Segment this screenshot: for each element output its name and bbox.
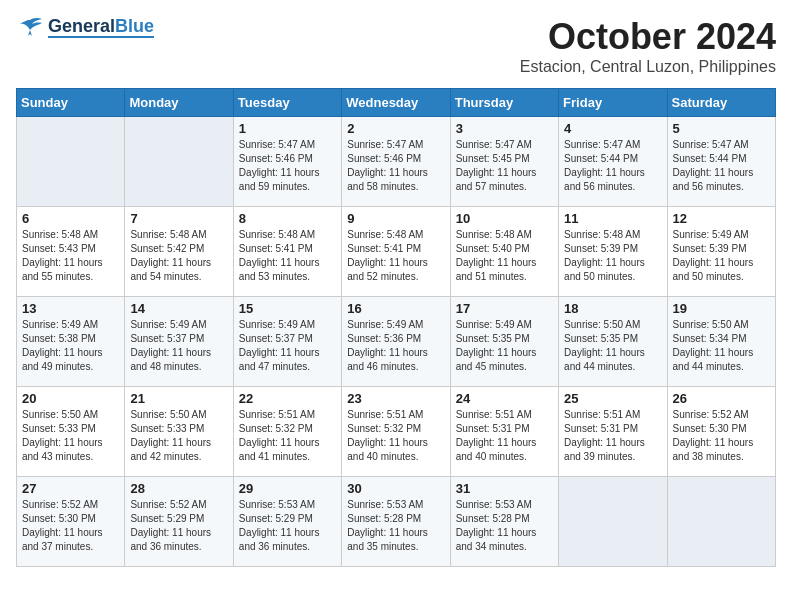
day-cell: 16Sunrise: 5:49 AM Sunset: 5:36 PM Dayli… bbox=[342, 297, 450, 387]
day-info: Sunrise: 5:49 AM Sunset: 5:36 PM Dayligh… bbox=[347, 318, 444, 374]
day-cell: 26Sunrise: 5:52 AM Sunset: 5:30 PM Dayli… bbox=[667, 387, 775, 477]
day-info: Sunrise: 5:48 AM Sunset: 5:40 PM Dayligh… bbox=[456, 228, 553, 284]
day-cell: 27Sunrise: 5:52 AM Sunset: 5:30 PM Dayli… bbox=[17, 477, 125, 567]
day-info: Sunrise: 5:49 AM Sunset: 5:39 PM Dayligh… bbox=[673, 228, 770, 284]
day-info: Sunrise: 5:49 AM Sunset: 5:38 PM Dayligh… bbox=[22, 318, 119, 374]
weekday-header-friday: Friday bbox=[559, 89, 667, 117]
day-info: Sunrise: 5:51 AM Sunset: 5:32 PM Dayligh… bbox=[347, 408, 444, 464]
day-cell: 28Sunrise: 5:52 AM Sunset: 5:29 PM Dayli… bbox=[125, 477, 233, 567]
day-number: 15 bbox=[239, 301, 336, 316]
title-block: October 2024 Estacion, Central Luzon, Ph… bbox=[520, 16, 776, 76]
day-cell: 10Sunrise: 5:48 AM Sunset: 5:40 PM Dayli… bbox=[450, 207, 558, 297]
day-cell: 4Sunrise: 5:47 AM Sunset: 5:44 PM Daylig… bbox=[559, 117, 667, 207]
day-number: 22 bbox=[239, 391, 336, 406]
week-row-5: 27Sunrise: 5:52 AM Sunset: 5:30 PM Dayli… bbox=[17, 477, 776, 567]
day-cell bbox=[559, 477, 667, 567]
day-info: Sunrise: 5:53 AM Sunset: 5:29 PM Dayligh… bbox=[239, 498, 336, 554]
day-cell: 23Sunrise: 5:51 AM Sunset: 5:32 PM Dayli… bbox=[342, 387, 450, 477]
day-info: Sunrise: 5:47 AM Sunset: 5:45 PM Dayligh… bbox=[456, 138, 553, 194]
day-info: Sunrise: 5:52 AM Sunset: 5:30 PM Dayligh… bbox=[673, 408, 770, 464]
day-number: 31 bbox=[456, 481, 553, 496]
day-number: 2 bbox=[347, 121, 444, 136]
day-info: Sunrise: 5:51 AM Sunset: 5:31 PM Dayligh… bbox=[456, 408, 553, 464]
day-cell: 3Sunrise: 5:47 AM Sunset: 5:45 PM Daylig… bbox=[450, 117, 558, 207]
logo-text: General Blue bbox=[48, 17, 154, 38]
day-cell: 31Sunrise: 5:53 AM Sunset: 5:28 PM Dayli… bbox=[450, 477, 558, 567]
day-cell: 14Sunrise: 5:49 AM Sunset: 5:37 PM Dayli… bbox=[125, 297, 233, 387]
calendar-body: 1Sunrise: 5:47 AM Sunset: 5:46 PM Daylig… bbox=[17, 117, 776, 567]
day-info: Sunrise: 5:47 AM Sunset: 5:44 PM Dayligh… bbox=[673, 138, 770, 194]
day-info: Sunrise: 5:51 AM Sunset: 5:32 PM Dayligh… bbox=[239, 408, 336, 464]
page-header: General Blue October 2024 Estacion, Cent… bbox=[16, 16, 776, 76]
day-info: Sunrise: 5:47 AM Sunset: 5:44 PM Dayligh… bbox=[564, 138, 661, 194]
day-cell: 1Sunrise: 5:47 AM Sunset: 5:46 PM Daylig… bbox=[233, 117, 341, 207]
day-cell bbox=[667, 477, 775, 567]
day-number: 10 bbox=[456, 211, 553, 226]
logo: General Blue bbox=[16, 16, 154, 38]
day-number: 27 bbox=[22, 481, 119, 496]
calendar-header: SundayMondayTuesdayWednesdayThursdayFrid… bbox=[17, 89, 776, 117]
day-info: Sunrise: 5:50 AM Sunset: 5:33 PM Dayligh… bbox=[130, 408, 227, 464]
logo-bird-icon bbox=[16, 16, 44, 38]
day-info: Sunrise: 5:52 AM Sunset: 5:30 PM Dayligh… bbox=[22, 498, 119, 554]
week-row-2: 6Sunrise: 5:48 AM Sunset: 5:43 PM Daylig… bbox=[17, 207, 776, 297]
logo-blue: Blue bbox=[115, 17, 154, 35]
day-number: 12 bbox=[673, 211, 770, 226]
day-cell: 25Sunrise: 5:51 AM Sunset: 5:31 PM Dayli… bbox=[559, 387, 667, 477]
day-cell: 21Sunrise: 5:50 AM Sunset: 5:33 PM Dayli… bbox=[125, 387, 233, 477]
weekday-header-tuesday: Tuesday bbox=[233, 89, 341, 117]
day-cell: 20Sunrise: 5:50 AM Sunset: 5:33 PM Dayli… bbox=[17, 387, 125, 477]
day-number: 9 bbox=[347, 211, 444, 226]
day-number: 21 bbox=[130, 391, 227, 406]
calendar-table: SundayMondayTuesdayWednesdayThursdayFrid… bbox=[16, 88, 776, 567]
day-cell: 30Sunrise: 5:53 AM Sunset: 5:28 PM Dayli… bbox=[342, 477, 450, 567]
day-info: Sunrise: 5:48 AM Sunset: 5:39 PM Dayligh… bbox=[564, 228, 661, 284]
day-number: 20 bbox=[22, 391, 119, 406]
day-number: 13 bbox=[22, 301, 119, 316]
day-info: Sunrise: 5:49 AM Sunset: 5:37 PM Dayligh… bbox=[130, 318, 227, 374]
week-row-4: 20Sunrise: 5:50 AM Sunset: 5:33 PM Dayli… bbox=[17, 387, 776, 477]
day-info: Sunrise: 5:49 AM Sunset: 5:35 PM Dayligh… bbox=[456, 318, 553, 374]
day-number: 19 bbox=[673, 301, 770, 316]
week-row-1: 1Sunrise: 5:47 AM Sunset: 5:46 PM Daylig… bbox=[17, 117, 776, 207]
day-number: 8 bbox=[239, 211, 336, 226]
day-info: Sunrise: 5:53 AM Sunset: 5:28 PM Dayligh… bbox=[456, 498, 553, 554]
day-info: Sunrise: 5:48 AM Sunset: 5:42 PM Dayligh… bbox=[130, 228, 227, 284]
day-number: 23 bbox=[347, 391, 444, 406]
weekday-header-sunday: Sunday bbox=[17, 89, 125, 117]
day-cell: 13Sunrise: 5:49 AM Sunset: 5:38 PM Dayli… bbox=[17, 297, 125, 387]
day-number: 3 bbox=[456, 121, 553, 136]
day-cell: 6Sunrise: 5:48 AM Sunset: 5:43 PM Daylig… bbox=[17, 207, 125, 297]
week-row-3: 13Sunrise: 5:49 AM Sunset: 5:38 PM Dayli… bbox=[17, 297, 776, 387]
weekday-header-thursday: Thursday bbox=[450, 89, 558, 117]
day-info: Sunrise: 5:48 AM Sunset: 5:43 PM Dayligh… bbox=[22, 228, 119, 284]
day-number: 4 bbox=[564, 121, 661, 136]
day-cell: 24Sunrise: 5:51 AM Sunset: 5:31 PM Dayli… bbox=[450, 387, 558, 477]
weekday-header-saturday: Saturday bbox=[667, 89, 775, 117]
day-number: 30 bbox=[347, 481, 444, 496]
day-info: Sunrise: 5:50 AM Sunset: 5:34 PM Dayligh… bbox=[673, 318, 770, 374]
day-info: Sunrise: 5:51 AM Sunset: 5:31 PM Dayligh… bbox=[564, 408, 661, 464]
weekday-header-wednesday: Wednesday bbox=[342, 89, 450, 117]
day-number: 1 bbox=[239, 121, 336, 136]
day-cell: 2Sunrise: 5:47 AM Sunset: 5:46 PM Daylig… bbox=[342, 117, 450, 207]
day-number: 18 bbox=[564, 301, 661, 316]
day-cell bbox=[125, 117, 233, 207]
logo-general: General bbox=[48, 17, 115, 35]
day-cell: 29Sunrise: 5:53 AM Sunset: 5:29 PM Dayli… bbox=[233, 477, 341, 567]
day-info: Sunrise: 5:50 AM Sunset: 5:35 PM Dayligh… bbox=[564, 318, 661, 374]
month-title: October 2024 bbox=[520, 16, 776, 58]
weekday-header-monday: Monday bbox=[125, 89, 233, 117]
day-info: Sunrise: 5:50 AM Sunset: 5:33 PM Dayligh… bbox=[22, 408, 119, 464]
day-cell: 11Sunrise: 5:48 AM Sunset: 5:39 PM Dayli… bbox=[559, 207, 667, 297]
day-cell: 12Sunrise: 5:49 AM Sunset: 5:39 PM Dayli… bbox=[667, 207, 775, 297]
day-info: Sunrise: 5:47 AM Sunset: 5:46 PM Dayligh… bbox=[239, 138, 336, 194]
day-number: 24 bbox=[456, 391, 553, 406]
day-cell: 9Sunrise: 5:48 AM Sunset: 5:41 PM Daylig… bbox=[342, 207, 450, 297]
day-info: Sunrise: 5:48 AM Sunset: 5:41 PM Dayligh… bbox=[239, 228, 336, 284]
day-cell: 17Sunrise: 5:49 AM Sunset: 5:35 PM Dayli… bbox=[450, 297, 558, 387]
day-number: 29 bbox=[239, 481, 336, 496]
day-cell: 7Sunrise: 5:48 AM Sunset: 5:42 PM Daylig… bbox=[125, 207, 233, 297]
day-cell: 8Sunrise: 5:48 AM Sunset: 5:41 PM Daylig… bbox=[233, 207, 341, 297]
day-info: Sunrise: 5:53 AM Sunset: 5:28 PM Dayligh… bbox=[347, 498, 444, 554]
